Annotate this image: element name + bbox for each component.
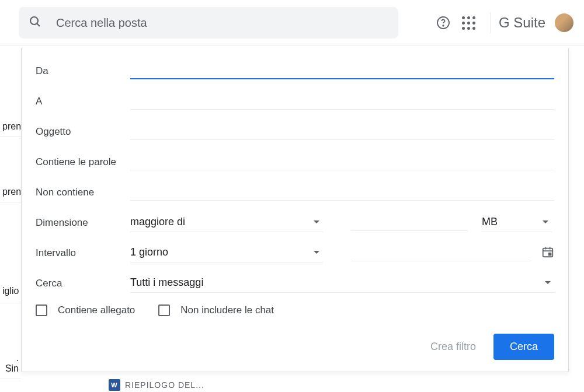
svg-rect-8 xyxy=(549,253,551,256)
sidebar-item[interactable]: . Sin xyxy=(0,348,21,379)
attachment-chip[interactable]: W RIEPILOGO DEL... xyxy=(109,379,204,391)
search-icon xyxy=(28,15,42,31)
interval-date-input[interactable] xyxy=(351,245,531,261)
top-bar: Cerca nella posta G Suite xyxy=(0,0,584,46)
from-input[interactable] xyxy=(130,63,554,79)
interval-select[interactable]: 1 giorno xyxy=(130,244,323,262)
svg-point-3 xyxy=(443,25,444,26)
chevron-down-icon xyxy=(545,281,551,284)
chevron-down-icon xyxy=(543,220,548,223)
checkbox-icon xyxy=(158,304,170,316)
calendar-icon[interactable] xyxy=(541,246,554,261)
search-scope-select[interactable]: Tutti i messaggi xyxy=(130,274,554,293)
search-placeholder: Cerca nella posta xyxy=(56,16,147,30)
to-label: A xyxy=(36,96,130,107)
interval-label: Intervallo xyxy=(36,247,130,259)
svg-point-0 xyxy=(30,17,38,24)
svg-line-1 xyxy=(37,23,40,26)
not-has-input[interactable] xyxy=(130,184,554,201)
size-unit-select[interactable]: MB xyxy=(482,214,552,232)
word-file-icon: W xyxy=(109,379,120,391)
size-value-input[interactable] xyxy=(351,215,468,231)
sidebar-item[interactable]: pren xyxy=(0,117,21,137)
search-box[interactable]: Cerca nella posta xyxy=(19,7,398,38)
attachment-chip-label: RIEPILOGO DEL... xyxy=(125,380,204,390)
search-in-label: Cerca xyxy=(36,278,130,289)
size-label: Dimensione xyxy=(36,217,130,229)
avatar[interactable] xyxy=(554,12,575,33)
sidebar-item[interactable]: pren xyxy=(0,182,21,202)
to-input[interactable] xyxy=(130,93,554,110)
subject-input[interactable] xyxy=(130,124,554,140)
search-button[interactable]: Cerca xyxy=(493,334,554,360)
size-operator-select[interactable]: maggiore di xyxy=(130,214,323,232)
apps-icon[interactable] xyxy=(462,16,476,30)
has-words-input[interactable] xyxy=(130,154,554,170)
not-has-label: Non contiene xyxy=(36,187,130,198)
chevron-down-icon xyxy=(314,251,319,254)
advanced-search-panel: Da A Oggetto Contiene le parole Non cont… xyxy=(21,48,569,372)
sidebar: pren pren iglio . Sin xyxy=(0,48,21,392)
has-attachment-checkbox[interactable]: Contiene allegato xyxy=(36,304,135,316)
exclude-chat-checkbox[interactable]: Non includere le chat xyxy=(158,304,274,316)
gsuite-label: G Suite xyxy=(490,12,575,33)
from-label: Da xyxy=(36,65,130,77)
help-icon[interactable] xyxy=(436,16,450,30)
chevron-down-icon xyxy=(314,220,319,223)
create-filter-button[interactable]: Crea filtro xyxy=(430,341,476,353)
checkbox-icon xyxy=(36,304,47,316)
subject-label: Oggetto xyxy=(36,126,130,138)
sidebar-item[interactable]: iglio xyxy=(0,281,21,303)
has-words-label: Contiene le parole xyxy=(36,156,130,168)
